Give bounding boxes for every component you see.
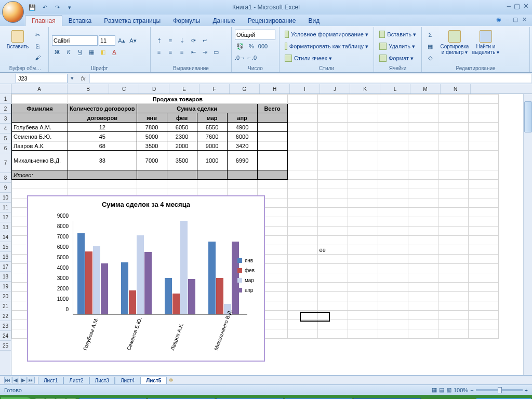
paste-button[interactable]: Вставить xyxy=(5,28,30,64)
tab-home[interactable]: Главная xyxy=(25,15,62,26)
zoom-slider[interactable] xyxy=(476,389,523,391)
name-box-dropdown-icon[interactable]: ▾ xyxy=(68,75,77,82)
sheet-tab[interactable]: Лист1 xyxy=(38,377,63,384)
fill-icon[interactable]: ▦ xyxy=(425,41,435,51)
help-icon[interactable]: ◉ xyxy=(496,16,501,23)
doc-minimize-icon[interactable]: – xyxy=(506,16,509,23)
italic-icon[interactable]: К xyxy=(63,47,74,57)
number-format-select[interactable] xyxy=(235,30,275,40)
doc-restore-icon[interactable]: ▢ xyxy=(513,16,518,23)
insert-cells-button[interactable]: Вставить ▾ xyxy=(377,29,418,39)
format-painter-icon[interactable]: 🖌 xyxy=(32,52,43,63)
worksheet-area: 123456 7 8910111213141516171819202122232… xyxy=(0,84,532,375)
align-right-icon[interactable]: ≡ xyxy=(177,47,187,57)
format-as-table-button[interactable]: Форматировать как таблицу ▾ xyxy=(283,41,370,51)
decrease-decimal-icon[interactable]: ←.0 xyxy=(246,52,257,63)
zoom-out-icon[interactable]: − xyxy=(470,387,473,393)
cell-styles-icon xyxy=(285,55,292,62)
increase-font-icon[interactable]: A▴ xyxy=(116,35,127,46)
orientation-icon[interactable]: ⟳ xyxy=(188,35,198,46)
align-bottom-icon[interactable]: ⇣ xyxy=(177,35,187,46)
tab-formulas[interactable]: Формулы xyxy=(167,16,206,26)
decrease-font-icon[interactable]: A▾ xyxy=(128,35,138,46)
undo-icon[interactable]: ↶ xyxy=(39,2,50,12)
sheet-tab[interactable]: Лист2 xyxy=(63,377,89,384)
comma-icon[interactable]: 000 xyxy=(258,41,268,51)
format-icon xyxy=(379,55,387,62)
save-icon[interactable]: 💾 xyxy=(27,2,37,12)
clear-icon[interactable]: ◇ xyxy=(425,52,435,63)
view-normal-icon[interactable]: ▦ xyxy=(432,387,437,393)
copy-icon[interactable]: ⎘ xyxy=(32,41,43,51)
fill-color-icon[interactable]: ◧ xyxy=(98,47,108,57)
restore-icon[interactable]: ▢ xyxy=(514,2,520,10)
cut-icon[interactable]: ✂ xyxy=(32,30,43,40)
group-number-label: Число xyxy=(235,64,276,72)
grid[interactable]: Продажа товаровФамилияКоличество договор… xyxy=(11,94,532,339)
conditional-formatting-button[interactable]: Условное форматирование ▾ xyxy=(283,29,370,39)
underline-icon[interactable]: Ч xyxy=(75,47,85,57)
sheet-tab[interactable]: Лист5 xyxy=(140,377,167,384)
tab-view[interactable]: Вид xyxy=(302,16,326,26)
start-button[interactable]: ⊞ пуск xyxy=(1,397,32,400)
group-alignment-label: Выравнивание xyxy=(154,64,228,72)
group-font-label: Шрифт xyxy=(52,64,147,72)
sheet-nav-first-icon[interactable]: ⏮ xyxy=(4,377,11,383)
vertical-scrollbar[interactable] xyxy=(523,94,532,375)
chart-object[interactable]: Сумма сделок за 4 месяца 010002000300040… xyxy=(27,195,265,362)
delete-icon xyxy=(379,43,387,50)
sort-filter-button[interactable]: Сортировка и фильтр ▾ xyxy=(438,28,471,64)
tab-page-layout[interactable]: Разметка страницы xyxy=(98,16,167,26)
qat-dropdown-icon[interactable]: ▾ xyxy=(64,2,75,12)
row-headers[interactable]: 123456 7 8910111213141516171819202122232… xyxy=(0,84,11,375)
status-bar: Готово ▦ ▤ ▧ 100% − + xyxy=(0,384,532,395)
redo-icon[interactable]: ↷ xyxy=(52,2,62,12)
autosum-icon[interactable]: Σ xyxy=(425,30,435,40)
formula-input[interactable] xyxy=(89,74,532,83)
fx-icon[interactable]: fx xyxy=(77,75,89,82)
view-break-icon[interactable]: ▧ xyxy=(446,387,451,393)
cell-styles-button[interactable]: Стили ячеек ▾ xyxy=(283,53,370,63)
tab-review[interactable]: Рецензирование xyxy=(242,16,302,26)
close-icon[interactable]: ✕ xyxy=(523,2,529,10)
currency-icon[interactable]: 💱 xyxy=(235,41,245,51)
format-cells-button[interactable]: Формат ▾ xyxy=(377,53,418,63)
find-select-button[interactable]: Найти и выделить ▾ xyxy=(471,28,501,64)
column-headers[interactable]: ABCDEFGHIJKLMN xyxy=(11,84,532,94)
name-box[interactable]: J23 xyxy=(16,74,68,83)
ribbon: Вставить ✂ ⎘ 🖌 Буфер обм… A▴ A▾ Ж К Ч ▦ xyxy=(0,26,532,73)
doc-close-icon[interactable]: ✕ xyxy=(522,16,527,23)
delete-cells-button[interactable]: Удалить ▾ xyxy=(377,41,418,51)
percent-icon[interactable]: % xyxy=(246,41,257,51)
status-ready-label: Готово xyxy=(4,387,22,393)
merge-icon[interactable]: ▭ xyxy=(211,47,221,57)
window-title: Книга1 - Microsoft Excel xyxy=(232,4,300,11)
zoom-level-label: 100% xyxy=(454,387,468,393)
wrap-text-icon[interactable]: ↵ xyxy=(200,35,210,46)
sheet-tab[interactable]: Лист3 xyxy=(89,377,115,384)
align-center-icon[interactable]: ≡ xyxy=(165,47,176,57)
bold-icon[interactable]: Ж xyxy=(52,47,62,57)
sheet-nav-next-icon[interactable]: ▶ xyxy=(20,377,27,383)
border-icon[interactable]: ▦ xyxy=(86,47,97,57)
insert-icon xyxy=(379,31,385,38)
new-sheet-icon[interactable]: ✻ xyxy=(169,377,173,383)
sheet-nav-prev-icon[interactable]: ◀ xyxy=(12,377,19,383)
minimize-icon[interactable]: – xyxy=(507,2,511,10)
increase-decimal-icon[interactable]: .0→ xyxy=(235,52,245,63)
font-color-icon[interactable]: A xyxy=(109,47,119,57)
align-top-icon[interactable]: ⇡ xyxy=(154,35,164,46)
tab-data[interactable]: Данные xyxy=(206,16,241,26)
align-middle-icon[interactable]: ≡ xyxy=(165,35,176,46)
sheet-nav-last-icon[interactable]: ⏭ xyxy=(28,377,35,383)
sheet-tab[interactable]: Лист4 xyxy=(115,377,140,384)
align-left-icon[interactable]: ≡ xyxy=(154,47,164,57)
tab-insert[interactable]: Вставка xyxy=(62,16,98,26)
view-layout-icon[interactable]: ▤ xyxy=(439,387,444,393)
office-button[interactable] xyxy=(2,1,24,23)
font-size-select[interactable] xyxy=(99,35,115,46)
zoom-in-icon[interactable]: + xyxy=(525,387,528,393)
increase-indent-icon[interactable]: ⇥ xyxy=(200,47,210,57)
decrease-indent-icon[interactable]: ⇤ xyxy=(188,47,198,57)
font-name-select[interactable] xyxy=(52,35,98,46)
